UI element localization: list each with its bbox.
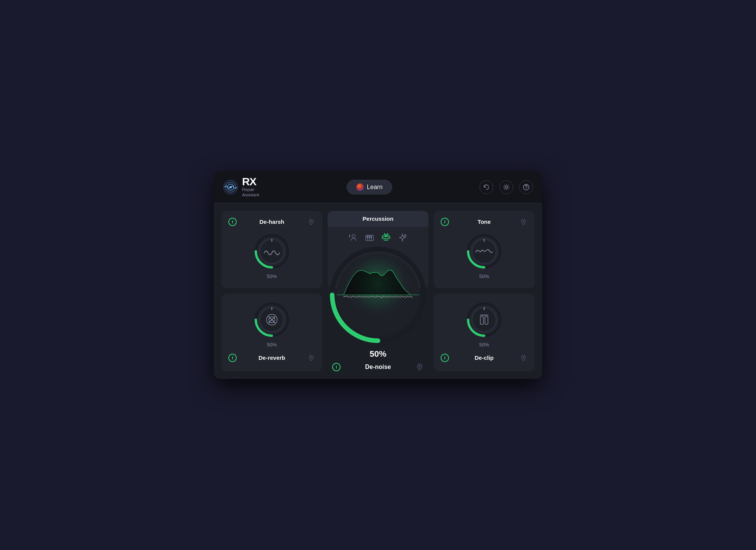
logo-text: RX Repair Assistant	[242, 176, 259, 197]
de-reverb-knob[interactable]	[253, 301, 291, 339]
de-reverb-power-button[interactable]	[228, 354, 237, 362]
de-clip-module: 50% De-clip	[434, 294, 535, 371]
de-clip-percentage: 50%	[479, 342, 489, 348]
tone-title: Tone	[478, 218, 491, 225]
de-reverb-title: De-reverb	[258, 354, 285, 361]
ear-icon	[308, 218, 315, 225]
undo-icon	[483, 184, 490, 191]
de-harsh-header: De-harsh	[228, 218, 315, 226]
tone-listen-button[interactable]	[519, 218, 528, 226]
de-clip-power-button[interactable]	[441, 354, 449, 362]
tone-knob[interactable]	[465, 232, 503, 270]
help-icon	[523, 184, 530, 191]
de-clip-title: De-clip	[475, 354, 494, 361]
de-noise-title: De-noise	[365, 364, 391, 370]
rx-logo-icon	[223, 180, 238, 195]
learn-orb-icon	[356, 183, 364, 191]
tone-header: Tone	[441, 218, 528, 226]
svg-point-6	[526, 188, 527, 189]
de-harsh-knob[interactable]	[253, 232, 291, 270]
logo-subtitle: Repair Assistant	[242, 187, 259, 197]
de-reverb-percentage: 50%	[267, 342, 277, 348]
de-noise-power-button[interactable]	[332, 363, 341, 371]
de-harsh-percentage: 50%	[267, 273, 277, 279]
main-area: De-harsh	[214, 203, 542, 379]
de-clip-listen-button[interactable]	[519, 354, 528, 362]
plugin-container: RX Repair Assistant Learn	[214, 171, 542, 379]
de-noise-listen-button[interactable]	[415, 363, 424, 371]
learn-button[interactable]: Learn	[347, 180, 392, 194]
help-button[interactable]	[519, 180, 533, 194]
logo-area: RX Repair Assistant	[223, 176, 259, 197]
de-reverb-listen-button[interactable]	[307, 354, 315, 362]
ear-icon-clip	[520, 354, 527, 361]
de-harsh-power-button[interactable]	[228, 218, 237, 226]
tone-power-button[interactable]	[441, 218, 449, 226]
svg-point-4	[505, 186, 507, 188]
settings-icon	[503, 184, 510, 191]
de-noise-knob-wrapper: 50% De-noise	[328, 245, 428, 371]
ear-icon-reverb	[308, 354, 315, 361]
tone-module: Tone 50%	[434, 211, 535, 288]
logo-rx-text: RX	[242, 176, 259, 187]
ear-icon-noise	[416, 363, 423, 371]
undo-button[interactable]	[480, 180, 493, 194]
de-reverb-footer: De-reverb	[228, 354, 315, 362]
de-noise-percentage: 50%	[370, 349, 386, 359]
tone-percentage: 50%	[479, 273, 489, 279]
svg-point-48	[473, 308, 496, 331]
de-noise-footer: De-noise	[328, 363, 428, 371]
de-noise-large-knob[interactable]	[328, 245, 428, 345]
learn-button-label: Learn	[367, 184, 383, 191]
de-reverb-module: 50% De-reverb	[221, 294, 322, 371]
settings-button[interactable]	[499, 180, 513, 194]
header: RX Repair Assistant Learn	[214, 171, 542, 203]
de-clip-knob[interactable]	[465, 301, 503, 339]
svg-point-9	[260, 240, 283, 263]
de-harsh-listen-button[interactable]	[307, 218, 315, 226]
de-harsh-title: De-harsh	[259, 218, 284, 225]
ear-icon-tone	[520, 218, 527, 225]
de-harsh-module: De-harsh	[221, 211, 322, 288]
de-clip-footer: De-clip	[441, 354, 528, 362]
de-noise-center-area: 50% De-noise	[328, 211, 428, 371]
header-icons	[480, 180, 533, 194]
